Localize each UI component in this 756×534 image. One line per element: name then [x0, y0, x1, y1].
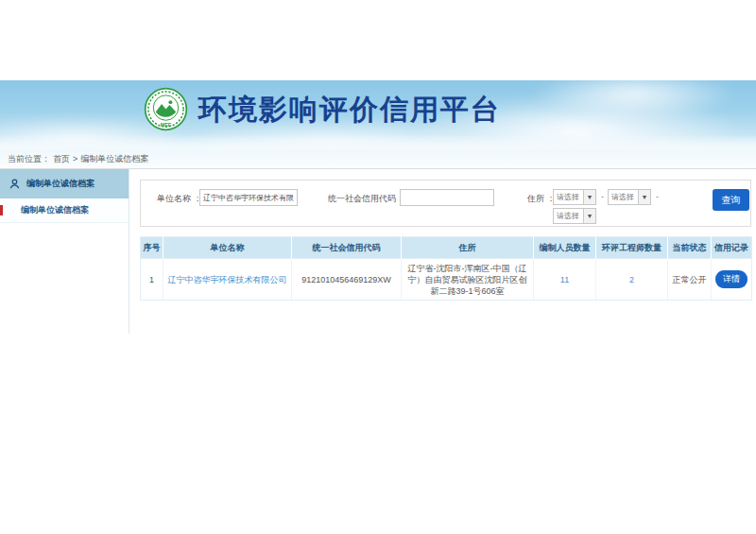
breadcrumb-separator: > [73, 154, 77, 164]
mee-logo-icon: MEE [144, 87, 188, 131]
cell-credit-code: 9121010456469129XW [292, 259, 402, 301]
breadcrumb-home-link[interactable]: 首页 [53, 153, 70, 165]
unit-name-link[interactable]: 辽宁中咨华宇环保技术有限公司 [168, 275, 287, 284]
col-unit-name: 单位名称 [163, 237, 292, 259]
sidebar-item-label: 编制单位诚信档案 [21, 204, 89, 216]
page: MEE 环境影响评价信用平台 当前位置： 首页 > 编制单位诚信档案 编制单位诚… [0, 0, 756, 534]
sidebar-item-archive[interactable]: 编制单位诚信档案 [0, 198, 129, 223]
unit-name-label: 单位名称 ： [157, 193, 202, 205]
col-address: 住所 [402, 237, 534, 259]
unit-name-input[interactable] [199, 189, 298, 206]
province-select-value: 请选择 [554, 192, 583, 202]
breadcrumb-location-label: 当前位置： [8, 153, 50, 165]
city-select[interactable]: 请选择 ▼ [608, 189, 651, 205]
city-select-value: 请选择 [609, 192, 638, 202]
results-table-wrap: 序号 单位名称 统一社会信用代码 住所 编制人员数量 环评工程师数量 当前状态 … [140, 236, 751, 301]
svg-text:MEE: MEE [161, 122, 172, 128]
col-staff-count: 编制人员数量 [534, 237, 596, 259]
credit-code-label: 统一社会信用代码 ： [328, 193, 407, 205]
staff-count-link[interactable]: 11 [560, 275, 569, 284]
cell-status: 正常公开 [668, 259, 712, 301]
chevron-down-icon: ▼ [583, 209, 595, 223]
detail-button[interactable]: 详情 [715, 270, 747, 288]
table-row: 1 辽宁中咨华宇环保技术有限公司 9121010456469129XW 辽宁省-… [141, 259, 752, 301]
col-engineer-count: 环评工程师数量 [596, 237, 668, 259]
province-select[interactable]: 请选择 ▼ [553, 189, 596, 205]
sidebar-header-label: 编制单位诚信档案 [26, 178, 94, 190]
sidebar: 编制单位诚信档案 编制单位诚信档案 [0, 169, 129, 334]
active-marker [0, 205, 3, 215]
table-header-row: 序号 单位名称 统一社会信用代码 住所 编制人员数量 环评工程师数量 当前状态 … [141, 237, 752, 259]
credit-code-input[interactable] [400, 189, 494, 206]
district-select[interactable]: 请选择 ▼ [553, 208, 596, 224]
engineer-count-link[interactable]: 2 [629, 275, 634, 284]
breadcrumb: 当前位置： 首页 > 编制单位诚信档案 [0, 149, 756, 169]
col-status: 当前状态 [668, 237, 712, 259]
chevron-down-icon: ▼ [638, 190, 650, 204]
results-table: 序号 单位名称 统一社会信用代码 住所 编制人员数量 环评工程师数量 当前状态 … [140, 236, 752, 301]
col-index: 序号 [141, 237, 163, 259]
banner-fade [0, 134, 756, 149]
main-content: 单位名称 ： 统一社会信用代码 ： 住所 ： 请选择 ▼ - 请选择 ▼ - 请… [140, 180, 751, 227]
user-icon [9, 178, 21, 190]
site-title: 环境影响评价信用平台 [198, 91, 501, 129]
sidebar-header: 编制单位诚信档案 [0, 169, 129, 198]
cell-index: 1 [141, 259, 163, 301]
search-button[interactable]: 查询 [713, 189, 749, 211]
address-label: 住所 ： [527, 193, 556, 205]
select-separator: - [601, 192, 604, 201]
select-separator: - [656, 192, 659, 201]
district-select-value: 请选择 [554, 211, 583, 221]
cell-address: 辽宁省-沈阳市-浑南区-中国（辽宁）自由贸易试验区沈阳片区创新二路39-1号60… [402, 259, 534, 301]
site-banner: MEE 环境影响评价信用平台 [0, 80, 756, 149]
chevron-down-icon: ▼ [583, 190, 595, 204]
col-credit-code: 统一社会信用代码 [292, 237, 402, 259]
col-credit-record: 信用记录 [712, 237, 752, 259]
search-form: 单位名称 ： 统一社会信用代码 ： 住所 ： 请选择 ▼ - 请选择 ▼ - 请… [140, 180, 751, 227]
breadcrumb-current: 编制单位诚信档案 [80, 153, 148, 165]
